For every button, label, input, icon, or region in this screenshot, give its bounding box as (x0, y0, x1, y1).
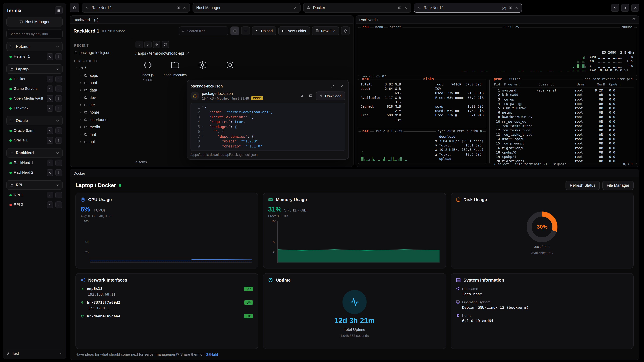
tree-root[interactable]: / (73, 64, 129, 72)
group-header-laptop[interactable]: Laptop (6, 64, 63, 74)
nav-back-button[interactable] (136, 41, 143, 48)
new-folder-button[interactable]: New Folder (278, 26, 310, 35)
host-terminal-button[interactable] (46, 160, 53, 166)
host-menu-button[interactable] (55, 95, 62, 102)
chevron-down-icon[interactable] (56, 67, 59, 71)
home-button[interactable] (70, 3, 79, 12)
split-view-icon[interactable] (509, 6, 512, 9)
nav-forward-button[interactable] (144, 41, 152, 48)
upload-button[interactable]: Upload (252, 26, 276, 35)
process-table-rows[interactable]: 1 systemd /sbin/init root 9.2M 0.0 2 kth… (492, 88, 634, 162)
tab-host-manager[interactable]: Host Manager (192, 3, 300, 13)
breadcrumb[interactable]: / apps / termix-download-api (136, 51, 350, 55)
recent-file-package-lock[interactable]: package-lock.json (73, 49, 129, 56)
sidebar-host-racknerd-2[interactable]: RackNerd 2 (6, 168, 63, 177)
host-menu-button[interactable] (55, 137, 62, 144)
chevron-down-icon[interactable] (56, 151, 59, 155)
host-terminal-button[interactable] (46, 169, 53, 176)
reader-view-button[interactable] (307, 92, 314, 99)
interface-row-br-d6abe1b5cab4[interactable]: br-d6abe1b5cab4 UP (80, 314, 254, 320)
tab-racknerd-1-files[interactable]: RackNerd 1 (2) (414, 3, 522, 13)
sidebar-host-racknerd-1[interactable]: RackNerd 1 (6, 159, 63, 167)
close-preview-button[interactable] (338, 83, 345, 89)
chevron-right-icon[interactable] (79, 111, 82, 114)
host-manager-button[interactable]: Host Manager (6, 17, 63, 26)
new-file-button[interactable]: New File (312, 26, 339, 35)
host-terminal-button[interactable] (46, 95, 53, 102)
chevron-right-icon[interactable] (79, 74, 82, 77)
sidebar-host-game-servers[interactable]: Game Servers (6, 84, 63, 93)
tree-dir-mnt[interactable]: mnt (73, 131, 129, 138)
close-icon[interactable] (404, 6, 408, 9)
group-header-rpi[interactable]: RPI (6, 180, 63, 190)
close-icon[interactable] (183, 6, 186, 9)
chevron-down-icon[interactable] (56, 119, 59, 122)
refresh-files-button[interactable] (341, 26, 350, 35)
host-menu-button[interactable] (55, 85, 62, 92)
sidebar-user-row[interactable]: test (6, 349, 63, 356)
host-terminal-button[interactable] (46, 53, 53, 60)
nav-up-button[interactable] (153, 41, 160, 48)
tab-racknerd-1-terminal[interactable]: RackNerd 1 (82, 3, 190, 13)
tree-dir-opt[interactable]: opt (73, 138, 129, 145)
interface-row-enp6s18[interactable]: enp6s18 UP 192.168.68.11 (80, 287, 254, 296)
tree-dir-dev[interactable]: dev (73, 94, 129, 101)
tree-dir-boot[interactable]: boot (73, 79, 129, 86)
host-menu-button[interactable] (55, 105, 62, 112)
host-terminal-button[interactable] (46, 201, 53, 208)
chevron-down-icon[interactable] (56, 183, 59, 187)
group-header-racknerd[interactable]: RackNerd (6, 148, 63, 158)
host-menu-button[interactable] (55, 160, 62, 166)
sidebar-host-oracle-1[interactable]: Oracle 1 (6, 136, 63, 145)
host-terminal-button[interactable] (46, 192, 53, 198)
refresh-status-button[interactable]: Refresh Status (566, 181, 600, 190)
tabs-dropdown-button[interactable] (611, 4, 619, 12)
sidebar-host-docker[interactable]: Docker (6, 75, 63, 83)
code-preview[interactable]: 1▾{2 "name": "termix-download-api",3 "lo… (190, 103, 345, 151)
chevron-right-icon[interactable] (79, 140, 82, 143)
reconnect-button[interactable] (632, 18, 636, 21)
host-menu-button[interactable] (55, 127, 62, 134)
chevron-down-icon[interactable] (56, 45, 59, 48)
chevron-right-icon[interactable] (79, 133, 82, 136)
chevron-up-icon[interactable] (59, 352, 63, 356)
github-link[interactable]: GitHub! (206, 352, 218, 356)
tree-dir-home[interactable]: home (73, 109, 129, 116)
search-in-file-button[interactable] (298, 92, 305, 99)
host-menu-button[interactable] (55, 201, 62, 208)
nav-refresh-button[interactable] (162, 41, 169, 48)
search-files-input[interactable] (187, 29, 226, 33)
chevron-right-icon[interactable] (79, 125, 82, 129)
terminal-screen[interactable]: cpu menu preset 03:31:25 2000ms ⢠⡆ ⢀⣴⣿⣷⡀… (356, 24, 639, 167)
file-item-node-modules[interactable]: node_modules (163, 59, 187, 82)
sidebar-host-rpi-2[interactable]: RPI 2 (6, 200, 63, 209)
tree-dir-apps[interactable]: apps (73, 72, 129, 79)
tab-docker[interactable]: Docker (303, 3, 411, 13)
expand-button[interactable] (329, 83, 336, 89)
file-item-config-1[interactable] (190, 59, 215, 82)
search-hosts-input[interactable] (6, 29, 63, 38)
chevron-right-icon[interactable] (79, 96, 82, 99)
host-terminal-button[interactable] (46, 85, 53, 92)
grid-view-button[interactable] (230, 26, 239, 35)
list-view-button[interactable] (241, 26, 250, 35)
split-view-icon[interactable] (398, 6, 402, 9)
close-icon[interactable] (294, 6, 297, 9)
pencil-icon[interactable] (186, 52, 190, 55)
chevron-right-icon[interactable] (79, 103, 82, 107)
tree-dir-data[interactable]: data (73, 86, 129, 94)
sidebar-collapse-button[interactable] (55, 6, 63, 14)
interface-row-br-73718f7a09d2[interactable]: br-73718f7a09d2 UP 172.19.0.1 (80, 300, 254, 310)
host-terminal-button[interactable] (46, 76, 53, 82)
sidebar-host-hetzner-1[interactable]: Hetzner 1 (6, 52, 63, 61)
file-item-index-js[interactable]: index.js 4.3 KB (136, 59, 160, 82)
chevron-down-icon[interactable] (74, 66, 78, 70)
tree-dir-etc[interactable]: etc (73, 101, 129, 109)
host-terminal-button[interactable] (46, 137, 53, 144)
host-menu-button[interactable] (55, 76, 62, 82)
group-header-hetzner[interactable]: Hetzner (6, 42, 63, 51)
host-menu-button[interactable] (55, 169, 62, 176)
host-menu-button[interactable] (55, 192, 62, 198)
sidebar-host-open-media-vault[interactable]: Open Media Vault (6, 94, 63, 103)
chevron-right-icon[interactable] (79, 88, 82, 92)
